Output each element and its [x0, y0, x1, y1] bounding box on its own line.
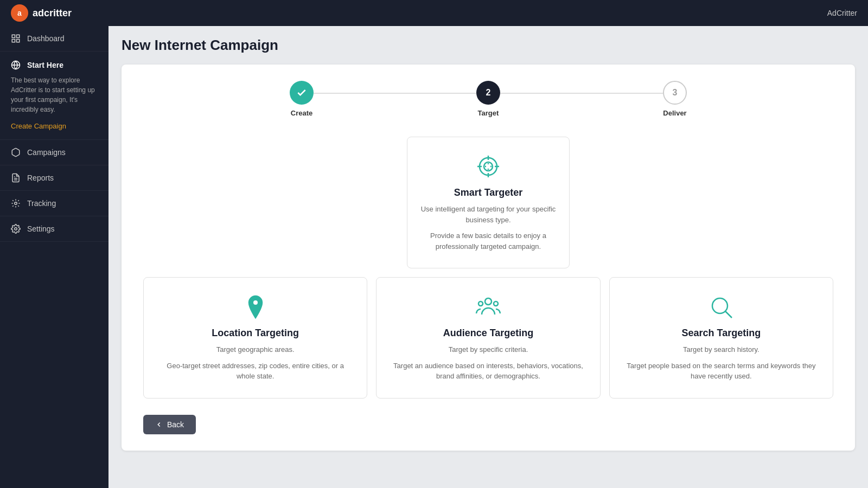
start-here-description: The best way to explore AdCritter is to … [11, 75, 98, 114]
audience-targeting-icon [390, 294, 586, 320]
steps-container: Create 2 Target 3 Deliver [143, 81, 833, 117]
sidebar-item-settings[interactable]: Settings [0, 216, 108, 242]
step-circle-deliver: 3 [663, 81, 687, 105]
campaigns-icon [11, 147, 21, 157]
logo-text: adcritter [33, 8, 72, 19]
topbar-user: AdCritter [827, 9, 857, 17]
dashboard-icon [11, 34, 21, 43]
svg-rect-1 [17, 35, 20, 37]
step-label-target: Target [478, 109, 499, 117]
svg-point-20 [253, 300, 258, 305]
connector-2-3 [500, 93, 663, 94]
svg-point-8 [15, 202, 17, 205]
sidebar-item-label: Tracking [27, 199, 56, 208]
sidebar-item-tracking[interactable]: Tracking [0, 191, 108, 216]
bottom-bar: Back [143, 409, 833, 434]
location-targeting-icon [157, 294, 354, 320]
connector-1-2 [314, 93, 476, 94]
content-area: New Internet Campaign Create [108, 26, 868, 488]
globe-icon [11, 60, 21, 70]
option-card-location-targeting[interactable]: Location Targeting Target geographic are… [143, 277, 367, 399]
step-label-create: Create [291, 109, 312, 117]
svg-point-9 [15, 228, 17, 230]
options-bottom-row: Location Targeting Target geographic are… [143, 277, 833, 399]
search-targeting-subtitle: Target by search history. [623, 344, 820, 355]
svg-rect-3 [17, 40, 20, 42]
sidebar-item-reports[interactable]: Reports [0, 165, 108, 191]
audience-targeting-description: Target an audience based on interests, b… [390, 361, 586, 382]
smart-targeter-icon [420, 153, 556, 179]
audience-targeting-subtitle: Target by specific criteria. [390, 344, 586, 355]
svg-rect-2 [12, 40, 15, 42]
settings-icon [11, 224, 21, 234]
main-layout: Dashboard Start Here The best way to exp… [0, 26, 868, 488]
svg-point-10 [480, 158, 497, 175]
svg-point-21 [485, 298, 492, 305]
svg-rect-0 [12, 35, 15, 37]
sidebar-item-dashboard[interactable]: Dashboard [0, 26, 108, 52]
sidebar-item-start-here[interactable]: Start Here [11, 60, 98, 70]
location-targeting-title: Location Targeting [157, 328, 354, 339]
smart-targeter-title: Smart Targeter [420, 187, 556, 198]
svg-point-22 [478, 301, 483, 306]
create-campaign-link[interactable]: Create Campaign [11, 122, 66, 130]
sidebar-item-label: Campaigns [27, 148, 66, 157]
page-title: New Internet Campaign [122, 37, 855, 54]
option-card-audience-targeting[interactable]: Audience Targeting Target by specific cr… [376, 277, 600, 399]
search-targeting-title: Search Targeting [623, 328, 820, 339]
logo: a adcritter [11, 4, 72, 22]
sidebar-item-label: Settings [27, 224, 55, 233]
sidebar-item-label: Reports [27, 174, 54, 182]
topbar: a adcritter AdCritter [0, 0, 868, 26]
location-targeting-subtitle: Target geographic areas. [157, 344, 354, 355]
search-targeting-description: Target people based on the search terms … [623, 361, 820, 382]
audience-targeting-title: Audience Targeting [390, 328, 586, 339]
step-target: 2 Target [476, 81, 500, 117]
logo-icon: a [11, 4, 28, 22]
sidebar-item-campaigns[interactable]: Campaigns [0, 140, 108, 165]
step-label-deliver: Deliver [663, 109, 686, 117]
step-create: Create [290, 81, 314, 117]
svg-point-24 [712, 298, 727, 313]
wizard-card: Create 2 Target 3 Deliver [122, 65, 855, 451]
checkmark-icon [296, 87, 307, 98]
svg-line-25 [725, 311, 732, 318]
smart-targeter-description: Provide a few basic details to enjoy a p… [420, 230, 556, 252]
tracking-icon [11, 198, 21, 208]
option-card-search-targeting[interactable]: Search Targeting Target by search histor… [609, 277, 833, 399]
sidebar: Dashboard Start Here The best way to exp… [0, 26, 108, 488]
step-circle-create [290, 81, 314, 105]
sidebar-item-label: Dashboard [27, 34, 65, 43]
reports-icon [11, 173, 21, 183]
options-top-row: Smart Targeter Use intelligent ad target… [143, 137, 833, 268]
svg-point-23 [494, 301, 498, 306]
step-circle-target: 2 [476, 81, 500, 105]
option-card-smart-targeter[interactable]: Smart Targeter Use intelligent ad target… [407, 137, 570, 268]
back-button[interactable]: Back [143, 415, 196, 434]
location-targeting-description: Geo-target street addresses, zip codes, … [157, 361, 354, 382]
smart-targeter-subtitle: Use intelligent ad targeting for your sp… [420, 204, 556, 225]
sidebar-start-here: Start Here The best way to explore AdCri… [0, 52, 108, 140]
search-targeting-icon [623, 294, 820, 320]
chevron-left-icon [155, 421, 163, 428]
step-deliver: 3 Deliver [663, 81, 687, 117]
